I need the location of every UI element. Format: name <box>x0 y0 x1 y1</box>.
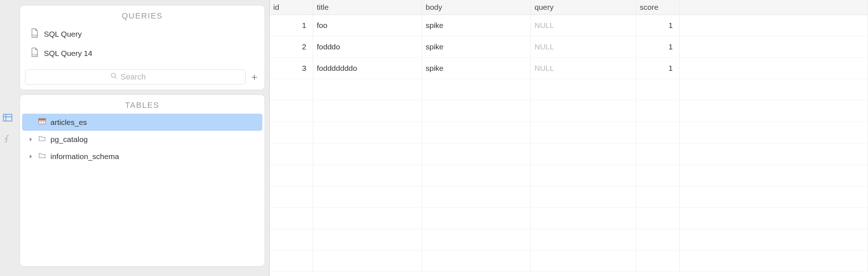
table-item-label: information_schema <box>50 152 119 161</box>
table-row-empty <box>270 122 868 143</box>
table-row-empty <box>270 229 868 251</box>
data-grid: id title body query score 1foospikeNULL1… <box>269 0 868 276</box>
search-input[interactable] <box>120 72 160 82</box>
cell-spacer <box>680 58 868 79</box>
column-header-title[interactable]: title <box>313 0 422 15</box>
table-item-label: articles_es <box>50 118 87 127</box>
column-header-spacer <box>680 0 868 15</box>
cell-body[interactable]: spike <box>422 36 531 57</box>
grid-body: 1foospikeNULL12fodddospikeNULL13fodddddd… <box>270 15 868 276</box>
column-header-id[interactable]: id <box>270 0 313 15</box>
cell-id[interactable]: 2 <box>270 36 313 57</box>
sql-file-icon: SQL <box>30 28 39 40</box>
chevron-right-icon <box>29 137 34 142</box>
svg-text:SQL: SQL <box>32 34 38 37</box>
folder-icon <box>38 151 46 161</box>
column-header-query[interactable]: query <box>531 0 636 15</box>
svg-rect-8 <box>39 119 45 121</box>
cell-query[interactable]: NULL <box>531 58 636 79</box>
sidebar: QUERIES SQL SQL Query SQL SQL Query 14 <box>15 0 269 276</box>
tables-list: articles_es pg_catalog <box>20 114 265 266</box>
search-row: ＋ <box>20 67 265 90</box>
table-row[interactable]: 2fodddospikeNULL1 <box>270 36 868 58</box>
query-item-label: SQL Query <box>44 30 82 38</box>
cell-query[interactable]: NULL <box>531 15 636 36</box>
query-item[interactable]: SQL SQL Query 14 <box>20 44 265 63</box>
cell-id[interactable]: 3 <box>270 58 313 79</box>
cell-body[interactable]: spike <box>422 15 531 36</box>
left-rail <box>0 0 15 276</box>
cell-body[interactable]: spike <box>422 58 531 79</box>
queries-header: QUERIES <box>20 5 265 24</box>
table-folder-information-schema[interactable]: information_schema <box>22 148 262 165</box>
table-folder-pg-catalog[interactable]: pg_catalog <box>22 131 262 148</box>
chevron-right-icon <box>29 154 34 159</box>
query-item[interactable]: SQL SQL Query <box>20 24 265 44</box>
tables-panel: TABLES articles_es pg_catalog <box>20 94 265 267</box>
cell-query[interactable]: NULL <box>531 36 636 57</box>
queries-panel: QUERIES SQL SQL Query SQL SQL Query 14 <box>20 5 265 90</box>
tables-header: TABLES <box>20 95 265 114</box>
folder-icon <box>38 134 46 144</box>
table-row-empty <box>270 186 868 208</box>
table-rail-icon[interactable] <box>3 113 13 123</box>
table-row-empty <box>270 143 868 165</box>
column-header-score[interactable]: score <box>636 0 680 15</box>
table-row-empty <box>270 208 868 229</box>
svg-rect-0 <box>3 114 12 121</box>
cell-score[interactable]: 1 <box>636 58 680 79</box>
queries-list: SQL SQL Query SQL SQL Query 14 <box>20 24 265 67</box>
cell-id[interactable]: 1 <box>270 15 313 36</box>
query-item-label: SQL Query 14 <box>44 49 92 58</box>
cell-score[interactable]: 1 <box>636 36 680 57</box>
cell-spacer <box>680 36 868 57</box>
table-row[interactable]: 1foospikeNULL1 <box>270 15 868 36</box>
svg-line-6 <box>115 77 116 78</box>
function-rail-icon[interactable] <box>3 134 13 144</box>
cell-score[interactable]: 1 <box>636 15 680 36</box>
table-item-label: pg_catalog <box>50 135 88 144</box>
grid-header: id title body query score <box>270 0 868 15</box>
table-row-empty <box>270 165 868 186</box>
table-icon <box>38 117 46 127</box>
table-row[interactable]: 3fodddddddospikeNULL1 <box>270 58 868 79</box>
add-query-button[interactable]: ＋ <box>249 72 259 82</box>
cell-title[interactable]: foo <box>313 15 422 36</box>
table-row-empty <box>270 251 868 272</box>
table-row-empty <box>270 79 868 101</box>
column-header-body[interactable]: body <box>422 0 531 15</box>
search-box[interactable] <box>25 69 246 85</box>
cell-spacer <box>680 15 868 36</box>
sql-file-icon: SQL <box>30 47 39 59</box>
svg-point-5 <box>111 73 116 78</box>
cell-title[interactable]: fodddddddo <box>313 58 422 79</box>
search-icon <box>110 72 118 82</box>
cell-title[interactable]: fodddo <box>313 36 422 57</box>
table-item-articles-es[interactable]: articles_es <box>22 114 262 131</box>
table-row-empty <box>270 101 868 122</box>
svg-text:SQL: SQL <box>32 53 38 56</box>
